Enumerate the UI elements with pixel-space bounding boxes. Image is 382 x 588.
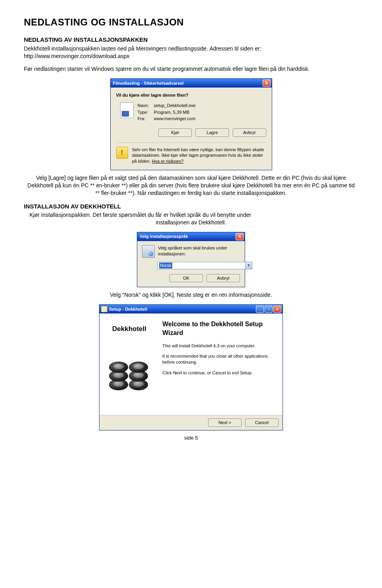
installer-icon [101,306,107,312]
section2-heading: INSTALLASJON AV DEKKHOTELL [24,202,358,210]
download-dialog: Filnedlasting - Sikkerhetsadvarsel X Vil… [110,78,272,170]
wizard-p1: This will install Dekkhotell 4.3 on your… [162,343,275,349]
language-dialog-titlebar: Velg installasjonsspråk X [137,232,245,241]
download-question: Vil du kjøre eller lagre denne filen? [116,92,266,98]
cancel-button[interactable]: Cancel [245,419,279,427]
type-label: Type: [138,109,153,116]
type-value: Program, 5,39 MB [154,110,189,115]
brand-logo: Dekkhotell [112,325,146,334]
download-dialog-title: Filnedlasting - Sikkerhetsadvarsel [113,80,184,86]
run-button[interactable]: Kjør [158,129,192,137]
section2-p1a: Kjør installasjonspakken. Det første spø… [24,211,251,219]
close-icon[interactable]: X [263,80,271,87]
language-selected: Norsk [159,263,172,269]
setup-title: Setup - Dekkhotell [109,306,147,312]
page-title: NEDLASTING OG INSTALLASJON [24,16,358,29]
name-value: setup_Dekkhotell.exe [154,103,196,108]
globe-installer-icon [142,245,155,258]
chevron-down-icon[interactable]: ▼ [245,262,252,269]
section1-p1: Dekkhotell installasjonspakken lastes ne… [24,45,358,60]
save-button[interactable]: Lagre [195,129,229,137]
ok-button[interactable]: OK [170,274,203,282]
section2-p1b: installasjonen av Dekkhotell. [156,219,226,226]
file-icon [120,102,134,118]
language-dialog-title: Velg installasjonsspråk [140,234,188,239]
setup-wizard-dialog: Setup - Dekkhotell _ □ X Dekkhotell Welc… [99,304,283,430]
language-prompt: Velg språket som skal brukes under insta… [158,245,240,257]
risk-link[interactable]: Hva er risikoen? [152,159,183,164]
section1-p2: Før nedlastingen starter vil Windows spø… [24,65,358,73]
language-dialog: Velg installasjonsspråk X Velg språket s… [137,232,245,288]
next-button[interactable]: Next > [208,419,242,427]
close-icon[interactable]: X [273,306,281,313]
cancel-button[interactable]: Avbryt [207,274,240,282]
middle-paragraph: Velg [Lagre] og lagre filen på et valgt … [26,174,356,197]
section1-heading: NEDLASTING AV INSTALLASJONSPAKKEN [24,36,358,44]
tires-illustration [107,357,151,393]
from-label: Fra: [138,115,153,122]
post-language-instruction: Velg "Norsk" og klikk [OK]. Neste steg e… [24,291,358,299]
wizard-heading: Welcome to the Dekkhotell Setup Wizard [162,320,275,337]
page-number: side 5 [24,434,358,442]
setup-titlebar: Setup - Dekkhotell _ □ X [99,305,283,313]
shield-warning-icon: ! [116,147,128,159]
minimize-icon[interactable]: _ [256,306,264,313]
from-value: www.merovinger.com [154,116,196,121]
warning-text: Selv om filer fra Internett kan være nyt… [132,147,266,165]
name-label: Navn: [138,102,153,109]
close-icon[interactable]: X [236,233,244,240]
wizard-p2: It is recommended that you close all oth… [162,353,275,365]
wizard-p3: Click Next to continue, or Cancel to exi… [162,370,275,376]
cancel-button[interactable]: Avbryt [233,129,266,137]
language-select[interactable]: Norsk ▼ [157,262,252,269]
maximize-icon[interactable]: □ [265,306,273,313]
download-dialog-titlebar: Filnedlasting - Sikkerhetsadvarsel X [111,79,272,88]
